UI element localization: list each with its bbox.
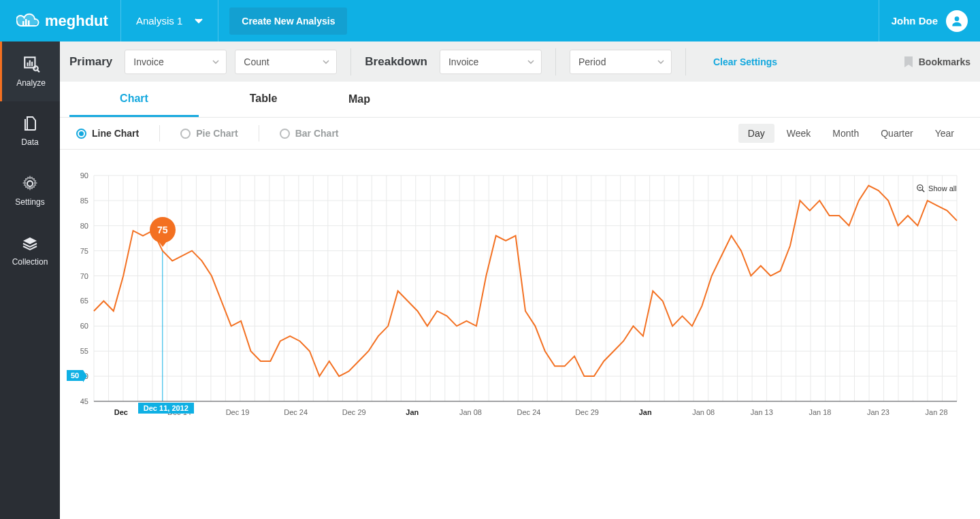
period-select[interactable]: Period (570, 50, 672, 74)
radio-line-chart[interactable]: Line Chart (76, 128, 139, 139)
tab-table[interactable]: Table (199, 82, 328, 117)
svg-text:Dec 29: Dec 29 (575, 408, 599, 416)
tab-map[interactable]: Map (328, 82, 457, 117)
svg-text:Dec 19: Dec 19 (226, 408, 250, 416)
radio-label: Pie Chart (196, 128, 238, 139)
sidebar-item-settings[interactable]: Settings (0, 161, 60, 221)
bookmarks-button[interactable]: Bookmarks (904, 56, 970, 68)
cloud-chart-icon (16, 13, 39, 29)
show-all-label: Show all (928, 184, 957, 192)
radio-icon (280, 129, 290, 139)
svg-text:85: 85 (80, 197, 88, 205)
svg-text:Dec 29: Dec 29 (342, 408, 366, 416)
svg-text:Jan 18: Jan 18 (808, 408, 831, 416)
primary-metric-select[interactable]: Count (235, 50, 337, 74)
clear-settings-link[interactable]: Clear Settings (713, 56, 777, 67)
sidebar-item-label: Analyze (16, 78, 46, 88)
select-value: Invoice (133, 56, 163, 67)
bookmarks-label: Bookmarks (919, 56, 970, 67)
gear-icon (22, 175, 38, 192)
chart-options: Line Chart Pie Chart Bar Chart Day Week … (60, 118, 980, 150)
radio-icon (180, 129, 191, 139)
range-quarter[interactable]: Quarter (871, 124, 922, 143)
avatar (946, 10, 968, 32)
svg-text:Jan: Jan (406, 408, 419, 416)
sidebar-item-analyze[interactable]: Analyze (0, 41, 60, 101)
range-day[interactable]: Day (738, 124, 774, 143)
svg-text:60: 60 (80, 322, 88, 330)
data-point-tooltip: 75 (150, 217, 176, 243)
svg-text:90: 90 (80, 171, 88, 180)
range-month[interactable]: Month (823, 124, 868, 143)
breakdown-label: Breakdown (365, 55, 427, 69)
create-analysis-button[interactable]: Create New Analysis (229, 7, 347, 35)
chevron-down-icon (212, 60, 219, 64)
analysis-name: Analysis 1 (136, 15, 182, 27)
view-tabs: Chart Table Map (60, 82, 980, 118)
svg-text:45: 45 (80, 397, 88, 405)
svg-text:Jan 23: Jan 23 (867, 408, 889, 416)
breakdown-dimension-select[interactable]: Invoice (440, 50, 542, 74)
radio-bar-chart[interactable]: Bar Chart (280, 128, 339, 139)
range-year[interactable]: Year (926, 124, 964, 143)
user-menu[interactable]: John Doe (879, 0, 980, 41)
radio-label: Bar Chart (295, 128, 339, 139)
tab-chart[interactable]: Chart (69, 82, 199, 117)
select-value: Count (244, 56, 269, 67)
brand-logo[interactable]: meghdut (0, 0, 121, 41)
svg-text:75: 75 (80, 247, 88, 255)
layers-icon (22, 235, 38, 252)
select-value: Invoice (448, 56, 478, 67)
sidebar-item-label: Settings (15, 197, 44, 207)
svg-rect-1 (25, 19, 27, 25)
user-name: John Doe (892, 15, 938, 27)
sidebar-item-data[interactable]: Data (0, 101, 60, 161)
filter-bar: Primary Invoice Count Breakdown Invoice … (60, 41, 980, 82)
svg-text:65: 65 (80, 297, 88, 305)
chart-area: 45505560657075808590 DecDec 14Dec 19Dec … (60, 150, 980, 519)
analyze-icon (22, 55, 40, 73)
radio-label: Line Chart (92, 128, 139, 139)
app-header: meghdut Analysis 1 Create New Analysis J… (0, 0, 980, 41)
primary-label: Primary (69, 55, 112, 69)
sidebar-item-label: Data (21, 137, 38, 147)
chevron-down-icon (657, 60, 664, 64)
zoom-out-icon (916, 184, 926, 193)
data-icon (22, 116, 38, 132)
brand-name: meghdut (45, 12, 108, 30)
range-week[interactable]: Week (777, 124, 821, 143)
svg-text:Jan 28: Jan 28 (926, 408, 948, 416)
svg-line-9 (37, 70, 39, 72)
svg-text:Jan 13: Jan 13 (751, 408, 773, 416)
radio-pie-chart[interactable]: Pie Chart (180, 128, 238, 139)
line-chart[interactable]: 45505560657075808590 DecDec 14Dec 19Dec … (67, 170, 964, 422)
svg-rect-6 (29, 61, 30, 67)
svg-rect-0 (22, 21, 24, 25)
sidebar-item-collection[interactable]: Collection (0, 221, 60, 281)
y-reference-badge: 50 (67, 370, 83, 381)
show-all-button[interactable]: Show all (916, 184, 957, 193)
svg-text:70: 70 (80, 272, 88, 280)
svg-text:Jan 08: Jan 08 (692, 408, 715, 416)
sidebar-item-label: Collection (12, 257, 48, 267)
svg-text:Dec 24: Dec 24 (284, 408, 308, 416)
sidebar: Analyze Data Settings Collection (0, 41, 60, 519)
primary-dimension-select[interactable]: Invoice (125, 50, 227, 74)
svg-rect-5 (27, 63, 28, 66)
svg-text:55: 55 (80, 347, 88, 355)
chevron-down-icon (323, 60, 329, 64)
svg-rect-7 (31, 62, 33, 67)
chevron-down-icon (195, 18, 203, 24)
x-highlight-badge: Dec 11, 2012 (138, 403, 194, 414)
select-value: Period (578, 56, 606, 67)
analysis-dropdown[interactable]: Analysis 1 (121, 0, 218, 41)
svg-text:Dec 24: Dec 24 (517, 408, 541, 416)
bookmark-icon (904, 56, 913, 68)
user-icon (950, 14, 964, 28)
svg-text:Jan 08: Jan 08 (459, 408, 482, 416)
svg-rect-2 (28, 20, 30, 25)
radio-icon (76, 129, 86, 139)
svg-text:Jan: Jan (639, 408, 652, 416)
svg-line-109 (922, 190, 925, 192)
svg-text:80: 80 (80, 222, 88, 230)
